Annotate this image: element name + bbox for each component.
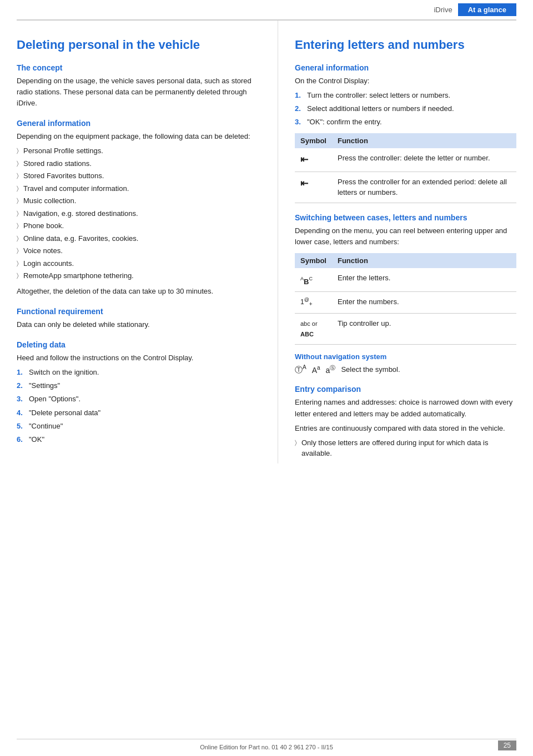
bullet-icon: 〉 [17, 171, 19, 180]
symbol-cell: 1@+ [295, 292, 332, 313]
table-row: ⇤ Press the controller for an extended p… [295, 172, 516, 203]
left-page-title: Deleting personal in the vehicle [17, 37, 261, 53]
page-header: iDrive At a glance [17, 0, 516, 21]
switch-heading: Switching between cases, letters and num… [295, 213, 516, 222]
without-nav-symbols: ⓉA Aa aⓈ Select the symbol. [295, 364, 516, 375]
symbol-cell: ⇤ [295, 148, 332, 172]
active-label: At a glance [458, 3, 516, 16]
step-item: 3.Open "Options". [17, 394, 261, 405]
num-symbol-icon: 1@+ [300, 298, 313, 306]
symbol-char-3: aⓈ [326, 364, 336, 375]
page-content: Deleting personal in the vehicle The con… [0, 21, 533, 463]
symbol-char-2: Aa [312, 365, 320, 375]
symbol-cell: abc or ABC [295, 313, 332, 344]
list-item: 〉Online data, e.g. Favorites, cookies. [17, 233, 261, 244]
general-info-heading-left: General information [17, 119, 261, 128]
step-item: 1.Switch on the ignition. [17, 367, 261, 378]
page-footer: Online Edition for Part no. 01 40 2 961 … [17, 739, 516, 750]
abc-or-ABC-symbol-icon: abc or ABC [300, 320, 318, 338]
function-cell: Press the controller: delete the letter … [332, 148, 516, 172]
footer-text: Online Edition for Part no. 01 40 2 961 … [200, 744, 333, 750]
list-item: 〉Stored radio stations. [17, 158, 261, 169]
bullet-icon: 〉 [17, 159, 19, 168]
functional-req-heading: Functional requirement [17, 307, 261, 316]
table2-col-symbol: Symbol [295, 253, 332, 268]
list-item: 〉Phone book. [17, 220, 261, 231]
symbol-cell: ⇤ [295, 172, 332, 203]
delete-long-symbol-icon: ⇤ [300, 178, 308, 189]
entry-comparison-bullets: 〉 Only those letters are offered during … [295, 437, 516, 459]
list-item: 〉 Only those letters are offered during … [295, 437, 516, 459]
step-item: 1.Turn the controller: select letters or… [295, 90, 516, 101]
right-column: Entering letters and numbers General inf… [278, 21, 516, 463]
function-cell: Enter the numbers. [332, 292, 516, 313]
function-cell: Tip controller up. [332, 313, 516, 344]
general-info-intro: On the Control Display: [295, 75, 516, 87]
bullet-icon: 〉 [295, 438, 297, 447]
bullet-icon: 〉 [17, 196, 19, 205]
table-row: ABC Enter the letters. [295, 268, 516, 292]
steps-list: 1.Switch on the ignition. 2."Settings" 3… [17, 367, 261, 445]
step-item: 5."Continue" [17, 421, 261, 432]
right-page-title: Entering letters and numbers [295, 37, 516, 53]
list-item: 〉Music collection. [17, 195, 261, 206]
abc-symbol-icon: ABC [300, 276, 313, 288]
right-steps-list: 1.Turn the controller: select letters or… [295, 90, 516, 128]
bullet-icon: 〉 [17, 209, 19, 218]
without-nav-heading: Without navigation system [295, 352, 516, 361]
list-item: 〉Travel and computer information. [17, 183, 261, 194]
symbol-char-1: ⓉA [295, 364, 306, 375]
concept-heading: The concept [17, 63, 261, 72]
list-item: 〉Stored Favorites buttons. [17, 170, 261, 182]
nav-label: iDrive [434, 6, 457, 14]
step-item: 3."OK": confirm the entry. [295, 117, 516, 128]
bullet-icon: 〉 [17, 146, 19, 155]
table-row: abc or ABC Tip controller up. [295, 313, 516, 344]
step-item: 2."Settings" [17, 380, 261, 391]
list-item: 〉RemoteApp smartphone tethering. [17, 270, 261, 281]
general-info-text: Depending on the equipment package, the … [17, 131, 261, 142]
symbol-cell: ABC [295, 268, 332, 292]
step-item: 6."OK" [17, 434, 261, 445]
bullet-icon: 〉 [17, 271, 19, 280]
table2-col-function: Function [332, 253, 516, 268]
bullet-icon: 〉 [17, 234, 19, 243]
entry-comparison-text1: Entering names and addresses: choice is … [295, 397, 516, 419]
bullet-icon: 〉 [17, 246, 19, 255]
concept-text: Depending on the usage, the vehicle save… [17, 75, 261, 109]
bullet-icon: 〉 [17, 184, 19, 193]
step-item: 2.Select additional letters or numbers i… [295, 103, 516, 114]
delete-symbol-icon: ⇤ [300, 154, 308, 165]
bullet-list: 〉Personal Profile settings. 〉Stored radi… [17, 145, 261, 281]
list-item: 〉Personal Profile settings. [17, 145, 261, 157]
symbol-table-2: Symbol Function ABC Enter the letters. [295, 253, 516, 345]
symbol-table-1: Symbol Function ⇤ Press the controller: … [295, 133, 516, 203]
switch-text: Depending on the menu, you can reel betw… [295, 225, 516, 248]
list-item: 〉Navigation, e.g. stored destinations. [17, 208, 261, 219]
deleting-data-text: Heed and follow the instructions on the … [17, 352, 261, 364]
function-cell: Enter the letters. [332, 268, 516, 292]
bullet-icon: 〉 [17, 259, 19, 268]
table-row: 1@+ Enter the numbers. [295, 292, 516, 313]
step-item: 4."Delete personal data" [17, 407, 261, 419]
table1-col-symbol: Symbol [295, 133, 332, 148]
bullet-icon: 〉 [17, 221, 19, 230]
without-nav-text: Select the symbol. [341, 365, 400, 374]
list-item: 〉Login accounts. [17, 258, 261, 269]
table-row: ⇤ Press the controller: delete the lette… [295, 148, 516, 172]
page-number: 25 [498, 740, 516, 750]
functional-req-text: Data can only be deleted while stationar… [17, 319, 261, 330]
left-column: Deleting personal in the vehicle The con… [17, 21, 261, 463]
function-cell: Press the controller for an extended per… [332, 172, 516, 203]
entry-comparison-heading: Entry comparison [295, 385, 516, 394]
table1-col-function: Function [332, 133, 516, 148]
general-info-heading-right: General information [295, 63, 516, 72]
general-info-footer: Altogether, the deletion of the data can… [17, 286, 261, 297]
deleting-data-heading: Deleting data [17, 340, 261, 349]
entry-comparison-text2: Entries are continuously compared with d… [295, 423, 516, 434]
list-item: 〉Voice notes. [17, 245, 261, 256]
